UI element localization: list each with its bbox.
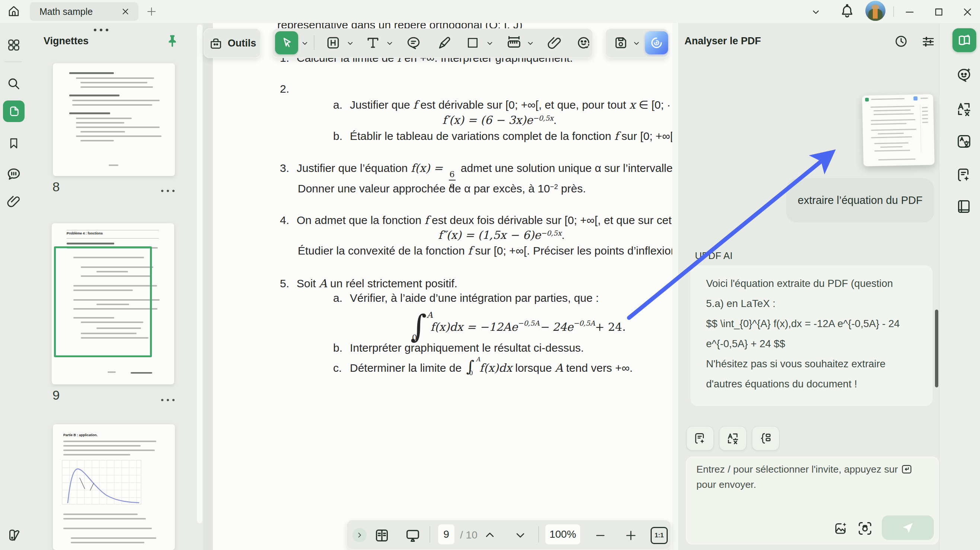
select-tool-button[interactable] xyxy=(275,31,298,54)
ai-chat-button[interactable] xyxy=(955,66,972,83)
page-9-viewport-indicator[interactable] xyxy=(54,246,152,357)
glossary-button[interactable] xyxy=(955,198,972,215)
titlebar: Math sample xyxy=(0,0,980,24)
translate-icon xyxy=(955,100,972,118)
paperclip-icon xyxy=(546,35,563,51)
shape-icon xyxy=(465,35,480,50)
home-button[interactable] xyxy=(5,3,22,19)
ai-msg-latex: $$ \int_{0}^{A} f(x),dx = -12A e^{-0,5A}… xyxy=(706,314,900,334)
thumbnail-page-8[interactable] xyxy=(53,63,175,176)
measure-tool-dropdown[interactable] xyxy=(525,38,535,48)
attach-tool-button[interactable] xyxy=(546,35,563,51)
minimize-button[interactable] xyxy=(904,6,916,18)
ai-settings-button[interactable] xyxy=(921,34,936,49)
avatar[interactable] xyxy=(865,1,885,21)
expand-toolbar-button[interactable] xyxy=(352,528,367,542)
thumbnails-scrollbar[interactable] xyxy=(197,25,202,523)
search-icon xyxy=(6,76,22,92)
cursor-icon xyxy=(280,36,293,49)
doc-formula-fsecond: f″(x) = (1,5x − 6)e−0,5x. xyxy=(421,229,581,242)
heading-tool-button[interactable] xyxy=(325,35,341,51)
sidebar-item-attachments[interactable] xyxy=(3,191,25,212)
sidebar-item-search[interactable] xyxy=(3,73,25,95)
ai-prompt-input[interactable]: Entrez / pour sélectionner l'invite, app… xyxy=(686,456,939,544)
tab-close-button[interactable] xyxy=(121,7,130,16)
text-tool-button[interactable] xyxy=(365,35,381,51)
sidebar-item-bookmarks[interactable] xyxy=(3,132,25,154)
select-tool-dropdown[interactable] xyxy=(300,38,310,48)
zoom-in-button[interactable] xyxy=(624,528,638,542)
sidebar-item-grid[interactable] xyxy=(3,34,25,56)
sidebar-item-thumbnails[interactable] xyxy=(3,100,25,122)
pdf-preview-thumbnail xyxy=(862,94,935,166)
ai-assistant-button[interactable] xyxy=(645,31,668,54)
doc-q2a: a.Justifier que f est dérivable sur [0; … xyxy=(333,98,671,111)
sidebar-item-swatches[interactable] xyxy=(3,524,25,545)
ai-panel-scrollbar[interactable] xyxy=(935,310,938,387)
thumbnail-page-10[interactable]: Partie B : application. xyxy=(53,424,175,550)
outline-icon xyxy=(759,431,773,445)
doc-q5a: a.Vérifier, à l’aide d’une intégration p… xyxy=(333,292,599,304)
pin-panel-button[interactable] xyxy=(165,33,180,51)
document-tab[interactable]: Math sample xyxy=(30,2,138,21)
reader-mode-button[interactable] xyxy=(953,28,976,52)
toolbox-icon xyxy=(208,36,223,51)
presentation-button[interactable] xyxy=(404,527,421,544)
save-dropdown[interactable] xyxy=(632,38,641,48)
summarize-pdf-button[interactable] xyxy=(955,166,972,183)
ai-translate-button[interactable] xyxy=(719,426,747,451)
measure-tool-button[interactable] xyxy=(506,34,523,51)
pdf-page[interactable]: représentative dans un repère orthogonal… xyxy=(213,23,672,550)
actual-size-button[interactable]: 1:1 xyxy=(651,527,668,544)
comment-tool-button[interactable] xyxy=(405,35,422,51)
thumb10-title: Partie B : application. xyxy=(63,433,97,437)
zoom-out-button[interactable] xyxy=(594,529,607,542)
send-button[interactable] xyxy=(882,515,934,540)
comments-icon xyxy=(6,166,22,182)
bookmark-icon xyxy=(7,136,21,150)
doc-q5: 5.Soit A un réel strictement positif. xyxy=(280,277,457,290)
previous-page-button[interactable] xyxy=(483,528,496,542)
left-icon-rail xyxy=(0,23,28,550)
insert-image-button[interactable] xyxy=(833,521,848,536)
thumbnail-page-9[interactable]: Problème 4 : fonctions xyxy=(52,223,174,385)
thumb9-title: Problème 4 : fonctions xyxy=(67,232,103,235)
text-tool-dropdown[interactable] xyxy=(385,38,395,48)
thumbnails-panel: Vignettes 8 Problème 4 : fonc xyxy=(28,23,203,550)
home-icon xyxy=(7,4,21,18)
page-9-menu[interactable] xyxy=(161,396,178,403)
page-number-input[interactable]: 9 xyxy=(438,524,455,545)
heading-tool-dropdown[interactable] xyxy=(345,38,355,48)
ai-msg-line: d'autres équations du document ! xyxy=(706,374,900,394)
ai-outline-button[interactable] xyxy=(752,426,780,451)
page-8-menu[interactable] xyxy=(161,187,178,194)
book-icon xyxy=(955,198,972,215)
new-tab-button[interactable] xyxy=(146,6,157,17)
pen-tool-button[interactable] xyxy=(436,35,453,51)
ai-summarize-button[interactable] xyxy=(686,426,714,451)
document-scrollbar-gutter[interactable] xyxy=(672,23,678,550)
outils-button[interactable]: Outils xyxy=(204,28,261,58)
ai-swirl-icon xyxy=(649,35,664,50)
tab-title: Math sample xyxy=(40,6,121,17)
zoom-level-input[interactable]: 100% xyxy=(545,524,581,545)
translate-page-button[interactable] xyxy=(955,133,972,150)
translate-tool-button[interactable] xyxy=(955,100,972,118)
next-page-button[interactable] xyxy=(514,528,527,542)
screenshot-button[interactable] xyxy=(856,520,873,537)
viewer-divider xyxy=(538,526,539,542)
shape-tool-button[interactable] xyxy=(465,35,480,50)
collapse-button[interactable] xyxy=(810,6,822,18)
notifications-button[interactable] xyxy=(839,3,855,19)
ai-suggestion-tooltip[interactable]: extraire l’équation du PDF xyxy=(786,178,934,223)
ai-history-button[interactable] xyxy=(893,33,909,49)
two-page-view-button[interactable] xyxy=(373,527,390,544)
panel-drag-handle[interactable] xyxy=(94,26,112,33)
shape-tool-dropdown[interactable] xyxy=(485,38,495,48)
maximize-button[interactable] xyxy=(933,6,945,18)
swatches-icon xyxy=(6,527,22,542)
sidebar-item-comments[interactable] xyxy=(3,163,25,185)
save-button[interactable] xyxy=(612,35,629,51)
close-window-button[interactable] xyxy=(961,6,973,18)
sticker-tool-button[interactable] xyxy=(576,35,592,51)
